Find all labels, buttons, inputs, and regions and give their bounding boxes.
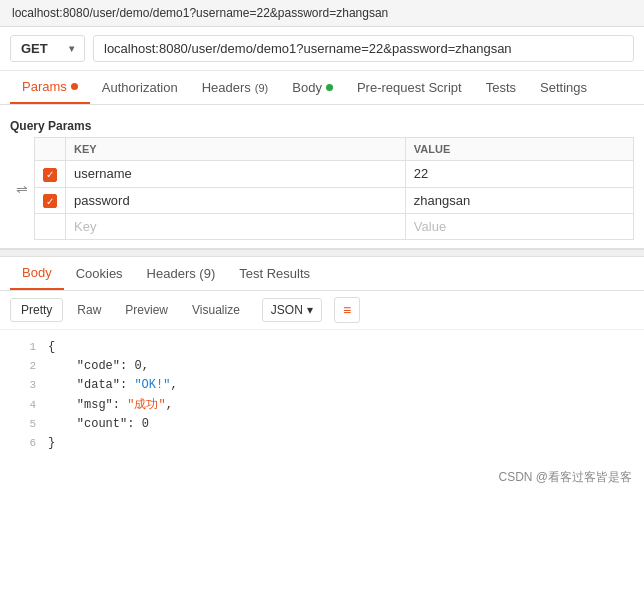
json-brace-close: } xyxy=(48,434,55,453)
section-divider xyxy=(0,249,644,257)
json-line-4: 4 "msg": "成功", xyxy=(0,396,644,415)
line-num-4: 4 xyxy=(8,397,36,415)
url-bar: GET ▾ xyxy=(0,27,644,71)
value-placeholder: Value xyxy=(414,219,446,234)
address-bar: localhost:8080/user/demo/demo1?username=… xyxy=(0,0,644,27)
row1-val-value: 22 xyxy=(414,166,428,181)
tab-tests-label: Tests xyxy=(486,80,516,95)
params-table-wrapper: ⇌ KEY VALUE ✓ xyxy=(10,137,634,240)
row3-value-placeholder[interactable]: Value xyxy=(405,214,633,240)
tab-body[interactable]: Body xyxy=(280,72,345,103)
watermark: CSDN @看客过客皆是客 xyxy=(0,461,644,494)
method-label: GET xyxy=(21,41,48,56)
row1-key-value: username xyxy=(74,166,132,181)
format-lines-icon: ≡ xyxy=(343,302,351,318)
tab-headers[interactable]: Headers (9) xyxy=(190,72,281,103)
key-placeholder: Key xyxy=(74,219,96,234)
line-num-3: 3 xyxy=(8,377,36,395)
tab-headers-label: Headers xyxy=(202,80,251,95)
sub-tabs-row: Pretty Raw Preview Visualize JSON ▾ ≡ xyxy=(0,291,644,330)
row2-key[interactable]: password xyxy=(66,187,406,214)
sub-tab-visualize[interactable]: Visualize xyxy=(182,299,250,321)
line-num-2: 2 xyxy=(8,358,36,376)
tab-settings[interactable]: Settings xyxy=(528,72,599,103)
tab-pre-request-label: Pre-request Script xyxy=(357,80,462,95)
tab-settings-label: Settings xyxy=(540,80,587,95)
json-msg-line: "msg": "成功", xyxy=(48,396,173,415)
method-select[interactable]: GET ▾ xyxy=(10,35,85,62)
json-data-line: "data": "OK!", xyxy=(48,376,178,395)
url-input[interactable] xyxy=(93,35,634,62)
th-value: VALUE xyxy=(405,138,633,161)
checkmark-icon: ✓ xyxy=(46,169,54,180)
line-num-5: 5 xyxy=(8,416,36,434)
format-chevron-icon: ▾ xyxy=(307,303,313,317)
sub-tab-raw-label: Raw xyxy=(77,303,101,317)
resp-tab-test-results-label: Test Results xyxy=(239,266,310,281)
row1-checkbox[interactable]: ✓ xyxy=(43,168,57,182)
chevron-down-icon: ▾ xyxy=(69,43,74,54)
row1-checkbox-cell[interactable]: ✓ xyxy=(35,161,66,188)
resp-tab-test-results[interactable]: Test Results xyxy=(227,258,322,289)
json-line-5: 5 "count": 0 xyxy=(0,415,644,434)
format-button[interactable]: ≡ xyxy=(334,297,360,323)
json-line-1: 1 { xyxy=(0,338,644,357)
params-dot xyxy=(71,83,78,90)
sub-tab-preview-label: Preview xyxy=(125,303,168,317)
resp-tab-headers[interactable]: Headers (9) xyxy=(135,258,228,289)
json-code-line: "code": 0, xyxy=(48,357,149,376)
request-tabs: Params Authorization Headers (9) Body Pr… xyxy=(0,71,644,105)
response-section: Body Cookies Headers (9) Test Results Pr… xyxy=(0,257,644,494)
json-line-2: 2 "code": 0, xyxy=(0,357,644,376)
query-params-label: Query Params xyxy=(10,113,634,137)
json-line-3: 3 "data": "OK!", xyxy=(0,376,644,395)
sub-tab-raw[interactable]: Raw xyxy=(67,299,111,321)
watermark-text: CSDN @看客过客皆是客 xyxy=(498,470,632,484)
row1-key[interactable]: username xyxy=(66,161,406,188)
resp-tab-headers-label: Headers (9) xyxy=(147,266,216,281)
resp-tab-cookies[interactable]: Cookies xyxy=(64,258,135,289)
tab-params-label: Params xyxy=(22,79,67,94)
table-row: ✓ username 22 xyxy=(35,161,634,188)
query-params-section: Query Params ⇌ KEY VALUE ✓ xyxy=(0,105,644,248)
format-select[interactable]: JSON ▾ xyxy=(262,298,322,322)
table-row: ✓ password zhangsan xyxy=(35,187,634,214)
body-dot xyxy=(326,84,333,91)
filter-icon: ⇌ xyxy=(10,137,34,240)
row2-val-value: zhangsan xyxy=(414,193,470,208)
row2-checkbox[interactable]: ✓ xyxy=(43,194,57,208)
row2-value[interactable]: zhangsan xyxy=(405,187,633,214)
sub-tab-pretty[interactable]: Pretty xyxy=(10,298,63,322)
resp-tab-body[interactable]: Body xyxy=(10,257,64,290)
row1-value[interactable]: 22 xyxy=(405,161,633,188)
resp-tab-cookies-label: Cookies xyxy=(76,266,123,281)
tab-authorization-label: Authorization xyxy=(102,80,178,95)
row3-key-placeholder[interactable]: Key xyxy=(66,214,406,240)
response-tabs: Body Cookies Headers (9) Test Results xyxy=(0,257,644,291)
tab-authorization[interactable]: Authorization xyxy=(90,72,190,103)
tab-tests[interactable]: Tests xyxy=(474,72,528,103)
sub-tab-preview[interactable]: Preview xyxy=(115,299,178,321)
line-num-6: 6 xyxy=(8,435,36,453)
headers-badge: (9) xyxy=(255,82,268,94)
row2-checkbox-cell[interactable]: ✓ xyxy=(35,187,66,214)
tab-body-label: Body xyxy=(292,80,322,95)
tab-pre-request[interactable]: Pre-request Script xyxy=(345,72,474,103)
json-line-6: 6 } xyxy=(0,434,644,453)
row3-checkbox-cell xyxy=(35,214,66,240)
row2-key-value: password xyxy=(74,193,130,208)
params-table: KEY VALUE ✓ username xyxy=(34,137,634,240)
json-body: 1 { 2 "code": 0, 3 "data": "OK!", 4 "msg… xyxy=(0,330,644,461)
table-row-empty: Key Value xyxy=(35,214,634,240)
th-key: KEY xyxy=(66,138,406,161)
resp-tab-body-label: Body xyxy=(22,265,52,280)
th-checkbox xyxy=(35,138,66,161)
sub-tab-visualize-label: Visualize xyxy=(192,303,240,317)
tab-params[interactable]: Params xyxy=(10,71,90,104)
line-num-1: 1 xyxy=(8,339,36,357)
checkmark-icon: ✓ xyxy=(46,196,54,207)
request-section: GET ▾ Params Authorization Headers (9) B… xyxy=(0,27,644,249)
json-brace-open: { xyxy=(48,338,55,357)
address-url: localhost:8080/user/demo/demo1?username=… xyxy=(12,6,388,20)
json-count-line: "count": 0 xyxy=(48,415,149,434)
